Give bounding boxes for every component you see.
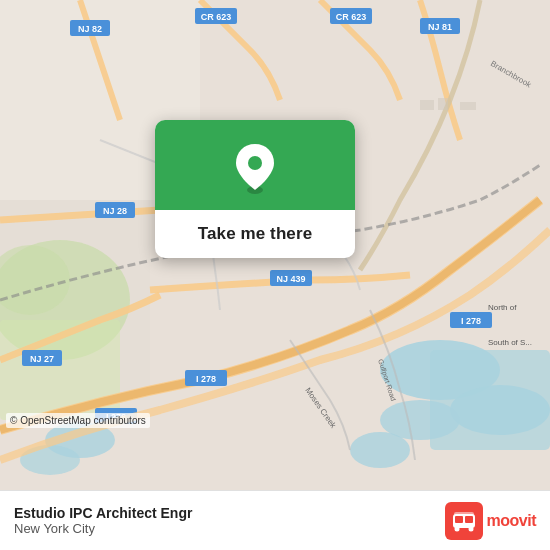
take-me-there-label: Take me there xyxy=(186,210,324,258)
card-green-section xyxy=(155,120,355,210)
svg-text:NJ 27: NJ 27 xyxy=(30,354,54,364)
svg-rect-41 xyxy=(438,98,448,110)
svg-text:NJ 82: NJ 82 xyxy=(78,24,102,34)
map-attribution: © OpenStreetMap contributors xyxy=(6,413,150,428)
svg-point-49 xyxy=(454,526,459,531)
moovit-logo[interactable]: moovit xyxy=(445,502,536,540)
svg-rect-47 xyxy=(455,516,463,523)
svg-text:CR 623: CR 623 xyxy=(201,12,232,22)
location-pin-icon xyxy=(233,142,277,194)
svg-text:NJ 439: NJ 439 xyxy=(276,274,305,284)
svg-point-6 xyxy=(350,432,410,468)
location-info: Estudio IPC Architect Engr New York City xyxy=(14,505,435,536)
svg-rect-40 xyxy=(420,100,434,110)
svg-rect-7 xyxy=(430,350,550,450)
svg-text:I 278: I 278 xyxy=(196,374,216,384)
location-name: Estudio IPC Architect Engr xyxy=(14,505,435,521)
bottom-bar: Estudio IPC Architect Engr New York City… xyxy=(0,490,550,550)
svg-point-50 xyxy=(468,526,473,531)
take-me-there-card[interactable]: Take me there xyxy=(155,120,355,258)
svg-text:NJ 28: NJ 28 xyxy=(103,206,127,216)
location-city: New York City xyxy=(14,521,435,536)
svg-rect-48 xyxy=(465,516,473,523)
svg-text:NJ 81: NJ 81 xyxy=(428,22,452,32)
svg-point-44 xyxy=(248,156,262,170)
svg-rect-51 xyxy=(454,512,474,516)
svg-text:I 278: I 278 xyxy=(461,316,481,326)
map-container[interactable]: I 278 I 278 I 278 NJ 439 NJ 27 NJ 28 NJ … xyxy=(0,0,550,490)
svg-rect-42 xyxy=(460,102,476,110)
svg-text:North of: North of xyxy=(488,303,517,312)
moovit-icon xyxy=(445,502,483,540)
moovit-text: moovit xyxy=(487,512,536,530)
svg-text:CR 623: CR 623 xyxy=(336,12,367,22)
svg-text:South of S...: South of S... xyxy=(488,338,532,347)
